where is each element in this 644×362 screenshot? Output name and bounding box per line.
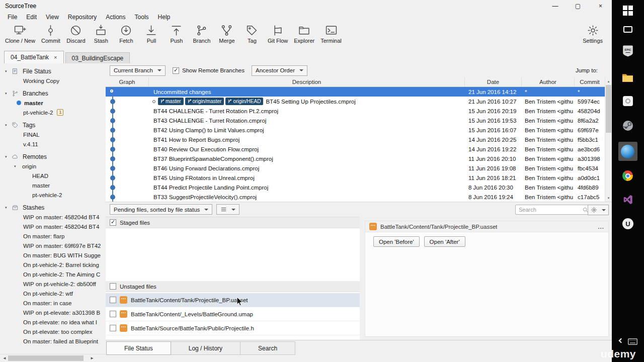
commit-row[interactable]: BT45 Using FRotators in Unreal.cmproj11 … bbox=[106, 173, 605, 183]
menu-repository[interactable]: Repository bbox=[63, 13, 101, 22]
toolbar-stash[interactable]: Stash bbox=[89, 24, 114, 44]
visual-studio-icon[interactable] bbox=[622, 194, 633, 207]
sidebar-section-file-status[interactable]: ▾File Status bbox=[0, 66, 106, 76]
scroll-right-arrow-icon[interactable]: ► bbox=[90, 356, 94, 360]
commit-row[interactable]: masterorigin/masterorigin/HEADBT45 Setti… bbox=[106, 97, 605, 106]
sidebar-item-final[interactable]: FINAL bbox=[0, 130, 106, 139]
commit-row[interactable]: BT41 How to Report Bugs.cmproj14 Jun 201… bbox=[106, 135, 605, 144]
file-checkbox[interactable] bbox=[110, 325, 116, 331]
order-select[interactable]: Ancestor Order bbox=[252, 65, 307, 76]
sidebar-item-head[interactable]: HEAD bbox=[0, 171, 106, 180]
unstaged-file-row[interactable]: BattleTank/Content/_Levels/BattleGround.… bbox=[106, 307, 360, 321]
column-header-description[interactable]: Description bbox=[149, 77, 465, 86]
sidebar-item-on-pt-vehicle-2-wtf[interactable]: On pt-vehicle-2: wtf bbox=[0, 289, 106, 298]
file-explorer-icon[interactable] bbox=[622, 73, 633, 84]
column-header-author[interactable]: Author bbox=[522, 77, 575, 86]
sidebar-item-master[interactable]: master bbox=[0, 98, 106, 108]
toolbar-tag[interactable]: Tag bbox=[239, 24, 265, 44]
sidebar-section-remotes[interactable]: ▾Remotes bbox=[0, 152, 106, 161]
toolbar-git-flow[interactable]: Git Flow bbox=[265, 24, 291, 44]
sidebar-item-wip-on-master-458204d-bt4[interactable]: WIP on master: 458204d BT4 bbox=[0, 222, 106, 231]
unstaged-file-row[interactable]: BattleTank/Source/BattleTank/Public/Proj… bbox=[106, 321, 360, 335]
sidebar-section-branches[interactable]: ▾Branches bbox=[0, 88, 106, 98]
menu-file[interactable]: File bbox=[3, 13, 22, 22]
show-remote-branches-checkbox[interactable]: Show Remote Branches bbox=[173, 67, 245, 74]
scroll-up-arrow-icon[interactable]: ▲ bbox=[605, 78, 612, 84]
scrollbar-thumb[interactable] bbox=[8, 355, 84, 361]
bottom-tab-log-history[interactable]: Log / History bbox=[171, 341, 240, 355]
toolbar-pull[interactable]: Pull bbox=[139, 24, 164, 44]
branch-label[interactable]: origin/HEAD bbox=[225, 98, 263, 105]
file-checkbox[interactable] bbox=[110, 311, 116, 317]
toolbar-branch[interactable]: Branch bbox=[189, 24, 214, 44]
commit-row[interactable]: Uncommitted changes21 Jun 2016 14:12** bbox=[106, 87, 605, 97]
chevron-left-icon[interactable] bbox=[619, 339, 623, 342]
pending-search-input[interactable] bbox=[515, 205, 591, 215]
commit-options-button[interactable] bbox=[588, 205, 609, 215]
sidebar-item-working-copy[interactable]: Working Copy bbox=[0, 76, 106, 85]
sidebar-section-tags[interactable]: ▾Tags bbox=[0, 120, 106, 130]
expander-icon[interactable]: ▾ bbox=[5, 155, 10, 159]
log-scrollbar[interactable]: ▲ ▼ bbox=[605, 77, 612, 202]
bottom-tab-file-status[interactable]: File Status bbox=[106, 341, 171, 355]
maximize-button[interactable]: ▢ bbox=[567, 0, 589, 12]
task-view-icon[interactable] bbox=[623, 26, 632, 33]
commit-row[interactable]: BT33 SuggestProjectileVelocity().cmproj8… bbox=[106, 192, 605, 202]
commit-row[interactable]: BT46 Using Forward Declarations.cmproj11… bbox=[106, 163, 605, 173]
checkbox-icon[interactable] bbox=[173, 67, 179, 74]
sidebar-item-wip-on-pt-elevate-a301398-b[interactable]: WIP on pt-elevate: a301398 B bbox=[0, 308, 106, 317]
sidebar-item-on-pt-elevate-too-complex[interactable]: On pt-elevate: too complex bbox=[0, 327, 106, 336]
commit-row[interactable]: BT42 Using Clamp() to Limit Values.cmpro… bbox=[106, 125, 605, 135]
scrollbar-thumb[interactable] bbox=[606, 85, 611, 133]
sidebar-item-on-master-bug-with-sugge[interactable]: On master: BUG WITH Sugge bbox=[0, 250, 106, 260]
commit-row[interactable]: BT44 Predict Projectile Landing Point.cm… bbox=[106, 183, 605, 192]
expander-icon[interactable]: ▾ bbox=[5, 92, 10, 96]
white-app-icon[interactable] bbox=[623, 96, 633, 106]
unreal-engine-icon[interactable]: U bbox=[622, 218, 633, 229]
more-options-button[interactable]: ... bbox=[598, 224, 604, 230]
windows-start-icon[interactable] bbox=[623, 6, 633, 16]
toolbar-merge[interactable]: Merge bbox=[214, 24, 239, 44]
open-before-button[interactable]: Open 'Before' bbox=[373, 236, 420, 247]
sidebar-item-on-master-failed-at-blueprint[interactable]: On master: failed at Blueprint bbox=[0, 336, 106, 346]
toolbar-clone-new[interactable]: Clone / New bbox=[2, 24, 38, 44]
toolbar-explorer[interactable]: Explorer bbox=[291, 24, 317, 44]
menu-tools[interactable]: Tools bbox=[130, 13, 153, 22]
sidebar-horizontal-scrollbar[interactable]: ◄ ► bbox=[0, 354, 106, 362]
menu-view[interactable]: View bbox=[41, 13, 63, 22]
stage-all-checkbox[interactable] bbox=[110, 219, 116, 226]
menu-help[interactable]: Help bbox=[153, 13, 175, 22]
sidebar-item-wip-on-pt-vehicle-2-db500ff[interactable]: WIP on pt-vehicle-2: db500ff bbox=[0, 279, 106, 289]
tool-settings-button[interactable]: Settings bbox=[580, 24, 606, 44]
unstage-all-checkbox[interactable] bbox=[110, 283, 116, 290]
commit-row[interactable]: BT37 BlueprintSpawnableComponent().cmpro… bbox=[106, 154, 605, 163]
scroll-down-arrow-icon[interactable]: ▼ bbox=[605, 195, 612, 201]
menu-actions[interactable]: Actions bbox=[101, 13, 130, 22]
column-header-date[interactable]: Date bbox=[465, 77, 522, 86]
branch-label[interactable]: master bbox=[158, 98, 184, 105]
sidebar-item-on-master-in-case[interactable]: On master: in case bbox=[0, 298, 106, 308]
commit-row[interactable]: BT43 CHALLENGE - Turret Rotation.cmproj1… bbox=[106, 116, 605, 125]
pending-sort-select[interactable]: Pending files, sorted by file status bbox=[110, 204, 212, 215]
toolbar-terminal[interactable]: Terminal bbox=[317, 24, 345, 44]
close-tab-icon[interactable]: × bbox=[54, 54, 57, 60]
expander-icon[interactable]: ▾ bbox=[5, 69, 10, 73]
sidebar-item-v-4-11[interactable]: v.4.11 bbox=[0, 139, 106, 149]
toolbar-commit[interactable]: Commit bbox=[38, 24, 63, 44]
sidebar-item-master[interactable]: master bbox=[0, 180, 106, 190]
toolbar-push[interactable]: Push bbox=[164, 24, 189, 44]
sidebar-item-origin[interactable]: ▾origin bbox=[0, 161, 106, 171]
sidebar-item-wip-on-master-69f697e-bt42[interactable]: WIP on master: 69f697e BT42 bbox=[0, 241, 106, 250]
sidebar-item-on-master-flarp[interactable]: On master: flarp bbox=[0, 231, 106, 241]
column-header-graph[interactable]: Graph bbox=[106, 77, 149, 86]
menu-edit[interactable]: Edit bbox=[22, 13, 41, 22]
sidebar-item-pt-vehicle-2[interactable]: pt-vehicle-2 bbox=[0, 190, 106, 200]
sidebar-item-on-pt-vehicle-2-barrel-ticking[interactable]: On pt-vehicle-2: Barrel ticking bbox=[0, 260, 106, 269]
close-button[interactable]: × bbox=[589, 0, 612, 12]
toolbar-fetch[interactable]: Fetch bbox=[114, 24, 139, 44]
sourcetree-icon[interactable] bbox=[621, 145, 634, 158]
column-header-commit[interactable]: Commit bbox=[575, 77, 605, 86]
tab-03-buildingescape[interactable]: 03_BuildingEscape bbox=[65, 52, 130, 63]
view-options-button[interactable] bbox=[216, 204, 239, 215]
expander-icon[interactable]: ▾ bbox=[5, 123, 10, 127]
